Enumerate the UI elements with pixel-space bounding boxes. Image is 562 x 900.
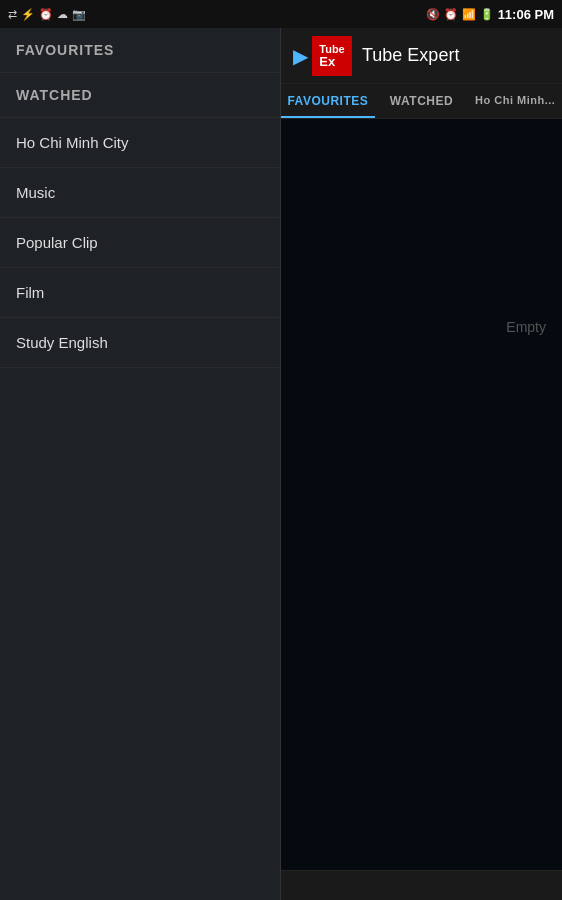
battery-icon: 🔋 [480, 8, 494, 21]
sidebar-item-ho-chi-minh[interactable]: Ho Chi Minh City [0, 118, 280, 168]
mute-icon: 🔇 [426, 8, 440, 21]
app-title: Tube Expert [362, 45, 459, 66]
status-icons-right: 🔇 ⏰ 📶 🔋 11:06 PM [426, 7, 554, 22]
sidebar: FAVOURITES WATCHED Ho Chi Minh City Musi… [0, 28, 281, 900]
clock: 11:06 PM [498, 7, 554, 22]
right-panel: ▶ Tube Ex Tube Expert FAVOURITES WATCHED… [281, 28, 562, 900]
camera-icon: 📷 [72, 8, 86, 21]
usb-icon: ⚡ [21, 8, 35, 21]
content-area: Empty [281, 119, 562, 870]
empty-label: Empty [506, 319, 546, 335]
logo-tube-text: Tube [319, 44, 344, 55]
logo-ex-text: Ex [319, 55, 335, 68]
sidebar-item-film[interactable]: Film [0, 268, 280, 318]
tabs-bar: FAVOURITES WATCHED Ho Chi Minh... [281, 84, 562, 119]
sidebar-item-popular-clip[interactable]: Popular Clip [0, 218, 280, 268]
sidebar-item-music[interactable]: Music [0, 168, 280, 218]
wifi-icon: 📶 [462, 8, 476, 21]
signal-icon: ⇄ [8, 8, 17, 21]
sidebar-item-study-english[interactable]: Study English [0, 318, 280, 368]
alarm-icon: ⏰ [39, 8, 53, 21]
main-layout: FAVOURITES WATCHED Ho Chi Minh City Musi… [0, 28, 562, 900]
status-bar: ⇄ ⚡ ⏰ ☁ 📷 🔇 ⏰ 📶 🔋 11:06 PM [0, 0, 562, 28]
tab-favourites[interactable]: FAVOURITES [281, 84, 375, 118]
tab-ho-chi-minh[interactable]: Ho Chi Minh... [468, 84, 562, 118]
tab-watched[interactable]: WATCHED [375, 84, 469, 118]
cloud-icon: ☁ [57, 8, 68, 21]
app-logo: Tube Ex [312, 36, 352, 76]
sidebar-header-favourites: FAVOURITES [0, 28, 280, 73]
sidebar-header-watched: WATCHED [0, 73, 280, 118]
bottom-bar [281, 870, 562, 900]
drawer-arrow-icon[interactable]: ▶ [293, 44, 308, 68]
app-header: ▶ Tube Ex Tube Expert [281, 28, 562, 84]
status-icons-left: ⇄ ⚡ ⏰ ☁ 📷 [8, 8, 86, 21]
alarm2-icon: ⏰ [444, 8, 458, 21]
